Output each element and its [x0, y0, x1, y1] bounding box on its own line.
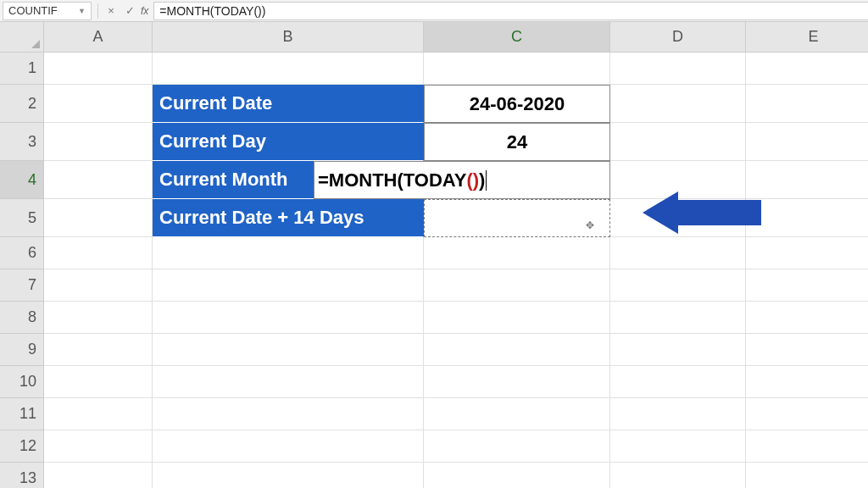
cell-C11[interactable]: [424, 398, 610, 430]
cell-D12[interactable]: [610, 430, 746, 463]
cell-C7[interactable]: [424, 269, 610, 302]
value-cell-C2[interactable]: 24-06-2020: [424, 85, 610, 123]
cell-B7[interactable]: [153, 269, 424, 302]
cell-B1[interactable]: [153, 53, 424, 85]
cell-D10[interactable]: [610, 366, 746, 398]
cell-A1[interactable]: [44, 53, 153, 85]
cell-B9[interactable]: [153, 334, 424, 366]
row-header-7[interactable]: 7: [0, 269, 44, 302]
cell-E12[interactable]: [746, 430, 868, 463]
cancel-icon[interactable]: ×: [102, 4, 120, 17]
cell-A8[interactable]: [44, 302, 153, 334]
enter-icon[interactable]: ✓: [120, 4, 139, 17]
cell-A13[interactable]: [44, 463, 153, 488]
row-header-6[interactable]: 6: [0, 237, 44, 269]
cell-E9[interactable]: [746, 334, 868, 366]
cell-E8[interactable]: [746, 302, 868, 334]
row-header-4[interactable]: 4: [0, 161, 44, 199]
cell-E4[interactable]: [746, 161, 868, 199]
column-header-A[interactable]: A: [44, 22, 153, 53]
cell-B8[interactable]: [153, 302, 424, 334]
cell-D3[interactable]: [610, 123, 746, 161]
cell-A5[interactable]: [44, 199, 153, 237]
cell-A12[interactable]: [44, 430, 153, 463]
row-header-1[interactable]: 1: [0, 53, 44, 85]
cell-C12[interactable]: [424, 430, 610, 463]
cell-C10[interactable]: [424, 366, 610, 398]
cell-A6[interactable]: [44, 237, 153, 269]
cell-E2[interactable]: [746, 85, 868, 123]
cell-A3[interactable]: [44, 123, 153, 161]
row-headers: 12345678910111213: [0, 53, 44, 488]
cell-D11[interactable]: [610, 398, 746, 430]
formula-text: =MONTH(TODAY()): [159, 4, 265, 18]
cell-B6[interactable]: [153, 237, 424, 269]
cell-D9[interactable]: [610, 334, 746, 366]
cell-E5[interactable]: [746, 199, 868, 237]
row-header-11[interactable]: 11: [0, 398, 44, 430]
row-header-9[interactable]: 9: [0, 334, 44, 366]
select-all-corner[interactable]: [0, 22, 44, 53]
cell-A4[interactable]: [44, 161, 153, 199]
fx-icon[interactable]: fx: [141, 5, 148, 17]
cell-A7[interactable]: [44, 269, 153, 302]
cell-A10[interactable]: [44, 366, 153, 398]
column-header-B[interactable]: B: [153, 22, 424, 53]
cell-A2[interactable]: [44, 85, 153, 123]
name-box-value: COUNTIF: [8, 4, 58, 17]
row-header-2[interactable]: 2: [0, 85, 44, 123]
cell-D2[interactable]: [610, 85, 746, 123]
cell-E6[interactable]: [746, 237, 868, 269]
row-header-3[interactable]: 3: [0, 123, 44, 161]
name-box[interactable]: COUNTIF ▼: [3, 2, 92, 20]
row-header-10[interactable]: 10: [0, 366, 44, 398]
cell-C8[interactable]: [424, 302, 610, 334]
column-headers: ABCDE: [44, 22, 868, 53]
cell-D4[interactable]: [610, 161, 746, 199]
cell-B12[interactable]: [153, 430, 424, 463]
cell-B13[interactable]: [153, 463, 424, 488]
row-header-13[interactable]: 13: [0, 463, 44, 488]
cell-C9[interactable]: [424, 334, 610, 366]
chevron-down-icon[interactable]: ▼: [78, 7, 86, 15]
cell-E3[interactable]: [746, 123, 868, 161]
cell-A9[interactable]: [44, 334, 153, 366]
cell-E7[interactable]: [746, 269, 868, 302]
cell-D8[interactable]: [610, 302, 746, 334]
cell-D1[interactable]: [610, 53, 746, 85]
cell-C1[interactable]: [424, 53, 610, 85]
cell-D13[interactable]: [610, 463, 746, 488]
cell-E11[interactable]: [746, 398, 868, 430]
divider: [97, 3, 98, 19]
cell-E13[interactable]: [746, 463, 868, 488]
label-cell-B2[interactable]: Current Date: [153, 85, 424, 123]
row-header-8[interactable]: 8: [0, 302, 44, 334]
cell-grid[interactable]: Current DateCurrent DayCurrent MonthCurr…: [44, 53, 868, 488]
cell-E10[interactable]: [746, 366, 868, 398]
editing-cell-C4[interactable]: =MONTH(TODAY()): [314, 161, 610, 199]
formula-bar: COUNTIF ▼ × ✓ fx =MONTH(TODAY()): [0, 0, 868, 22]
row-header-5[interactable]: 5: [0, 199, 44, 237]
column-header-D[interactable]: D: [610, 22, 746, 53]
cell-E1[interactable]: [746, 53, 868, 85]
cell-C5-pending[interactable]: [424, 199, 610, 237]
cell-D7[interactable]: [610, 269, 746, 302]
cell-C13[interactable]: [424, 463, 610, 488]
value-cell-C3[interactable]: 24: [424, 123, 610, 161]
column-header-C[interactable]: C: [424, 22, 610, 53]
cell-B11[interactable]: [153, 398, 424, 430]
formula-input[interactable]: =MONTH(TODAY()): [153, 2, 868, 20]
cell-D6[interactable]: [610, 237, 746, 269]
column-header-E[interactable]: E: [746, 22, 868, 53]
cell-B10[interactable]: [153, 366, 424, 398]
label-cell-B3[interactable]: Current Day: [153, 123, 424, 161]
cell-C6[interactable]: [424, 237, 610, 269]
label-cell-B5[interactable]: Current Date + 14 Days: [153, 199, 424, 237]
row-header-12[interactable]: 12: [0, 430, 44, 463]
cell-A11[interactable]: [44, 398, 153, 430]
